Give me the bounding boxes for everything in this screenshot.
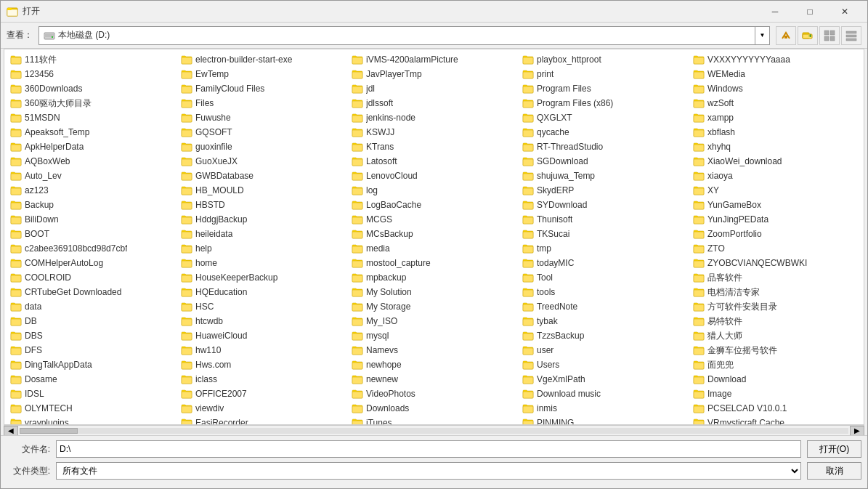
file-item[interactable]: EasiRecorder <box>178 416 349 424</box>
file-item[interactable]: inmis <box>519 401 690 416</box>
file-item[interactable]: home <box>178 256 349 270</box>
file-item[interactable]: AQBoxWeb <box>7 154 178 169</box>
file-item[interactable]: QXGLXT <box>519 110 690 125</box>
new-folder-button[interactable]: + <box>798 26 818 45</box>
file-item[interactable]: My Storage <box>349 299 519 314</box>
filetype-select[interactable]: 所有文件 <box>56 462 801 480</box>
file-item[interactable]: xiaoya <box>690 169 861 183</box>
file-item[interactable]: YunJingPEData <box>690 212 861 227</box>
file-item[interactable]: OLYMTECH <box>7 401 178 416</box>
file-item[interactable]: HSC <box>178 299 349 314</box>
file-item[interactable]: log <box>349 183 519 198</box>
file-item[interactable]: DB <box>7 314 178 328</box>
file-item[interactable]: Thunisoft <box>519 212 690 227</box>
file-item[interactable]: PCSELCAD V10.0.1 <box>690 401 861 416</box>
file-item[interactable]: shujuwa_Temp <box>519 169 690 183</box>
file-item[interactable]: mostool_capture <box>349 256 519 270</box>
file-item[interactable]: SYDownload <box>519 198 690 212</box>
file-item[interactable]: LogBaoCache <box>349 198 519 212</box>
file-item[interactable]: COOLROID <box>7 270 178 285</box>
file-item[interactable]: Program Files <box>519 81 690 96</box>
file-item[interactable]: az123 <box>7 183 178 198</box>
file-item[interactable]: HBSTD <box>178 198 349 212</box>
file-item[interactable]: Download <box>690 372 861 387</box>
file-item[interactable]: xhyhq <box>690 140 861 154</box>
file-item[interactable]: mysql <box>349 328 519 343</box>
file-item[interactable]: 方可软件安装目录 <box>690 299 861 314</box>
scroll-track[interactable] <box>20 428 848 434</box>
view-icons-button[interactable] <box>819 26 840 45</box>
file-item[interactable]: Backup <box>7 198 178 212</box>
file-item[interactable]: 电档清洁专家 <box>690 285 861 299</box>
file-item[interactable]: Namevs <box>349 343 519 357</box>
file-item[interactable]: BOOT <box>7 227 178 241</box>
horizontal-scrollbar[interactable]: ◀ ▶ <box>4 425 864 435</box>
file-item[interactable]: jdl <box>349 81 519 96</box>
file-item[interactable]: jdlssoft <box>349 96 519 110</box>
file-item[interactable]: Files <box>178 96 349 110</box>
file-item[interactable]: EwTemp <box>178 67 349 81</box>
file-item[interactable]: MCsBackup <box>349 227 519 241</box>
scroll-left-button[interactable]: ◀ <box>4 426 18 436</box>
file-item[interactable]: mpbackup <box>349 270 519 285</box>
file-item[interactable]: tmp <box>519 241 690 256</box>
file-item[interactable]: guoxinfile <box>178 140 349 154</box>
file-item[interactable]: OFFICE2007 <box>178 387 349 401</box>
path-dropdown-button[interactable]: ▼ <box>755 26 770 45</box>
file-item[interactable]: tools <box>519 285 690 299</box>
file-item[interactable]: BiliDown <box>7 212 178 227</box>
file-item[interactable]: 易特软件 <box>690 314 861 328</box>
file-item[interactable]: 111软件 <box>7 52 178 67</box>
file-item[interactable]: GQSOFT <box>178 125 349 140</box>
file-item[interactable]: VRmysticraft Cache <box>690 416 861 424</box>
file-item[interactable]: RT-ThreadStudio <box>519 140 690 154</box>
file-item[interactable]: XiaoWei_download <box>690 154 861 169</box>
filename-input[interactable] <box>56 440 801 458</box>
file-item[interactable]: DingTalkAppData <box>7 357 178 372</box>
file-item[interactable]: data <box>7 299 178 314</box>
file-item[interactable]: wzSoft <box>690 96 861 110</box>
file-item[interactable]: HddgjBackup <box>178 212 349 227</box>
scroll-thumb[interactable] <box>20 428 78 434</box>
file-item[interactable]: CRTubeGet Downloaded <box>7 285 178 299</box>
file-item[interactable]: ZoomPortfolio <box>690 227 861 241</box>
file-item[interactable]: newnew <box>349 372 519 387</box>
file-item[interactable]: c2abee369108bcd98d7cbf <box>7 241 178 256</box>
file-item[interactable]: tybak <box>519 314 690 328</box>
file-item[interactable]: KTrans <box>349 140 519 154</box>
file-item[interactable]: My Solution <box>349 285 519 299</box>
file-item[interactable]: LenovoCloud <box>349 169 519 183</box>
file-item[interactable]: VgeXmlPath <box>519 372 690 387</box>
file-item[interactable]: SkydERP <box>519 183 690 198</box>
file-item[interactable]: GWBDatabase <box>178 169 349 183</box>
file-item[interactable]: COMHelperAutoLog <box>7 256 178 270</box>
file-item[interactable]: ZYOBCVIANQECWBWKI <box>690 256 861 270</box>
file-item[interactable]: ZTO <box>690 241 861 256</box>
file-item[interactable]: 360驱动大师目录 <box>7 96 178 110</box>
file-item[interactable]: 品客软件 <box>690 270 861 285</box>
file-item[interactable]: PINMING <box>519 416 690 424</box>
file-item[interactable]: HouseKeeperBackup <box>178 270 349 285</box>
file-item[interactable]: xampp <box>690 110 861 125</box>
file-item[interactable]: Image <box>690 387 861 401</box>
file-item[interactable]: todayMIC <box>519 256 690 270</box>
file-item[interactable]: HuaweiCloud <box>178 328 349 343</box>
file-item[interactable]: user <box>519 343 690 357</box>
file-item[interactable]: jenkins-node <box>349 110 519 125</box>
file-item[interactable]: Tool <box>519 270 690 285</box>
file-item[interactable]: FamilyCloud Files <box>178 81 349 96</box>
file-item[interactable]: 360Downloads <box>7 81 178 96</box>
file-item[interactable]: HB_MOULD <box>178 183 349 198</box>
file-item[interactable]: MCGS <box>349 212 519 227</box>
file-item[interactable]: TKSucai <box>519 227 690 241</box>
file-item[interactable]: htcwdb <box>178 314 349 328</box>
file-item[interactable]: SGDownload <box>519 154 690 169</box>
file-item[interactable]: help <box>178 241 349 256</box>
file-item[interactable]: VXXXYYYYYYYaaaa <box>690 52 861 67</box>
file-item[interactable]: Dosame <box>7 372 178 387</box>
file-item[interactable]: Latosoft <box>349 154 519 169</box>
file-item[interactable]: Downloads <box>349 401 519 416</box>
cancel-button[interactable]: 取消 <box>807 462 861 480</box>
file-item[interactable]: iclass <box>178 372 349 387</box>
file-item[interactable]: heileidata <box>178 227 349 241</box>
